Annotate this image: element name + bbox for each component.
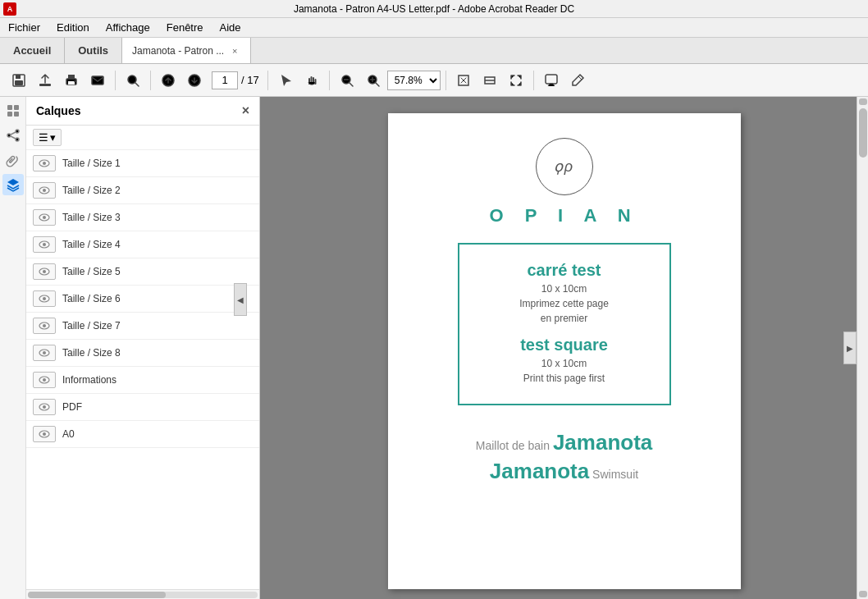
page-number-input[interactable] <box>212 71 238 89</box>
svg-point-49 <box>43 432 46 436</box>
layer-item-6[interactable]: Taille / Size 6 <box>26 286 259 313</box>
svg-rect-2 <box>15 80 23 85</box>
cursor-tool-button[interactable] <box>273 68 298 93</box>
title-bar: A Jamanota - Patron A4-US Letter.pdf - A… <box>0 0 868 18</box>
next-page-button[interactable] <box>182 68 207 93</box>
layer-item-4[interactable]: Taille / Size 4 <box>26 231 259 258</box>
zoom-out-button[interactable] <box>335 68 359 93</box>
test-box: carré test 10 x 10cm Imprimez cette page… <box>458 243 671 405</box>
layer-name-1: Taille / Size 1 <box>62 158 253 169</box>
svg-rect-24 <box>14 112 19 117</box>
svg-point-31 <box>43 189 46 192</box>
rail-upload-icon[interactable] <box>2 125 24 146</box>
tab-accueil[interactable]: Accueil <box>0 38 65 63</box>
bottom-text-2: Jamanota Swimsuit <box>490 459 638 484</box>
menu-fichier[interactable]: Fichier <box>3 20 45 35</box>
comment-button[interactable] <box>539 68 564 93</box>
layer-eye-8[interactable] <box>33 345 56 361</box>
layer-eye-4[interactable] <box>33 236 56 253</box>
svg-point-27 <box>16 138 19 141</box>
layer-eye-9[interactable] <box>33 372 56 388</box>
layer-item-7[interactable]: Taille / Size 7 <box>26 313 259 340</box>
layer-eye-6[interactable] <box>33 290 56 307</box>
page-total: / 17 <box>241 74 259 86</box>
sidebar-collapse-left[interactable]: ◀ <box>234 283 247 316</box>
svg-rect-22 <box>14 105 19 110</box>
svg-point-41 <box>43 324 46 327</box>
layer-item-2[interactable]: Taille / Size 2 <box>26 177 259 204</box>
vertical-scrollbar[interactable] <box>857 97 868 599</box>
layers-menu-icon: ☰ <box>39 131 48 144</box>
panel-collapse-right[interactable]: ▶ <box>843 332 857 364</box>
title-bar-text: Jamanota - Patron A4-US Letter.pdf - Ado… <box>294 3 574 15</box>
test-square-title: test square <box>476 336 653 354</box>
layer-item-10[interactable]: PDF <box>26 394 259 421</box>
bottom-line1a: Maillot de bain <box>476 439 553 452</box>
fit-width-button[interactable] <box>477 68 502 93</box>
main-area: Calques × ☰ ▾ Taille / Size 1 Taille / S… <box>0 97 868 599</box>
search-button[interactable] <box>121 68 145 93</box>
tab-close-btn[interactable]: × <box>229 45 240 57</box>
tab-outils[interactable]: Outils <box>65 38 122 63</box>
svg-rect-23 <box>7 112 12 117</box>
print-button[interactable] <box>59 68 84 93</box>
menu-bar: Fichier Edition Affichage Fenêtre Aide <box>0 18 868 38</box>
rail-layers-icon[interactable] <box>2 174 24 195</box>
layer-item-11[interactable]: A0 <box>26 421 259 448</box>
rail-attach-icon[interactable] <box>2 149 24 171</box>
menu-affichage[interactable]: Affichage <box>101 20 155 35</box>
carre-test-title: carré test <box>476 261 653 280</box>
layer-eye-5[interactable] <box>33 263 56 280</box>
brand-circle: ϙρ <box>536 138 593 195</box>
sidebar-toolbar: ☰ ▾ <box>26 126 259 150</box>
layers-list: Taille / Size 1 Taille / Size 2 Taille /… <box>26 150 259 589</box>
svg-rect-1 <box>16 75 21 79</box>
svg-point-35 <box>43 243 46 246</box>
fit-page-button[interactable] <box>451 68 476 93</box>
layer-eye-1[interactable] <box>33 155 56 171</box>
layer-eye-11[interactable] <box>33 426 56 442</box>
menu-edition[interactable]: Edition <box>52 20 94 35</box>
rail-home-icon[interactable] <box>2 100 24 121</box>
layers-menu-arrow: ▾ <box>50 131 56 144</box>
bottom-line2b: Swimsuit <box>589 468 638 481</box>
svg-rect-6 <box>68 81 75 85</box>
hand-tool-button[interactable] <box>299 68 324 93</box>
layer-item-3[interactable]: Taille / Size 3 <box>26 204 259 231</box>
zoom-select[interactable]: 57.8% 50% 75% 100% 125% 150% <box>387 71 441 90</box>
layer-eye-2[interactable] <box>33 182 56 199</box>
layer-name-3: Taille / Size 3 <box>62 212 253 223</box>
svg-point-25 <box>16 130 19 133</box>
menu-fenetre[interactable]: Fenêtre <box>162 20 208 35</box>
prev-page-button[interactable] <box>156 68 180 93</box>
upload-button[interactable] <box>33 68 57 93</box>
layer-eye-3[interactable] <box>33 209 56 226</box>
layer-item-9[interactable]: Informations <box>26 367 259 394</box>
layer-name-4: Taille / Size 4 <box>62 239 253 250</box>
tab-document[interactable]: Jamanota - Patron ... × <box>122 38 251 63</box>
carre-sub2: Imprimez cette page <box>476 298 653 309</box>
test-sub1: 10 x 10cm <box>476 358 653 369</box>
email-button[interactable] <box>85 68 110 93</box>
layer-eye-10[interactable] <box>33 399 56 415</box>
layer-item-8[interactable]: Taille / Size 8 <box>26 340 259 367</box>
svg-point-29 <box>43 162 46 165</box>
app-logo: A <box>3 2 16 16</box>
separator-1 <box>115 71 116 90</box>
fullscreen-button[interactable] <box>504 68 528 93</box>
separator-6 <box>533 71 534 90</box>
layer-item-1[interactable]: Taille / Size 1 <box>26 150 259 177</box>
pencil-button[interactable] <box>565 68 590 93</box>
save-button[interactable] <box>7 68 31 93</box>
layers-menu-button[interactable]: ☰ ▾ <box>33 129 62 146</box>
layer-name-2: Taille / Size 2 <box>62 185 253 196</box>
pdf-page: ϙρ O P I A N carré test 10 x 10cm Imprim… <box>388 113 741 589</box>
layer-item-5[interactable]: Taille / Size 5 <box>26 258 259 286</box>
tab-bar: Accueil Outils Jamanota - Patron ... × <box>0 38 868 64</box>
bottom-line1b: Jamanota <box>553 430 652 455</box>
layer-eye-7[interactable] <box>33 318 56 334</box>
zoom-in-button[interactable] <box>361 68 386 93</box>
svg-rect-5 <box>68 75 75 79</box>
sidebar-close-button[interactable]: × <box>242 103 249 118</box>
menu-aide[interactable]: Aide <box>215 20 246 35</box>
